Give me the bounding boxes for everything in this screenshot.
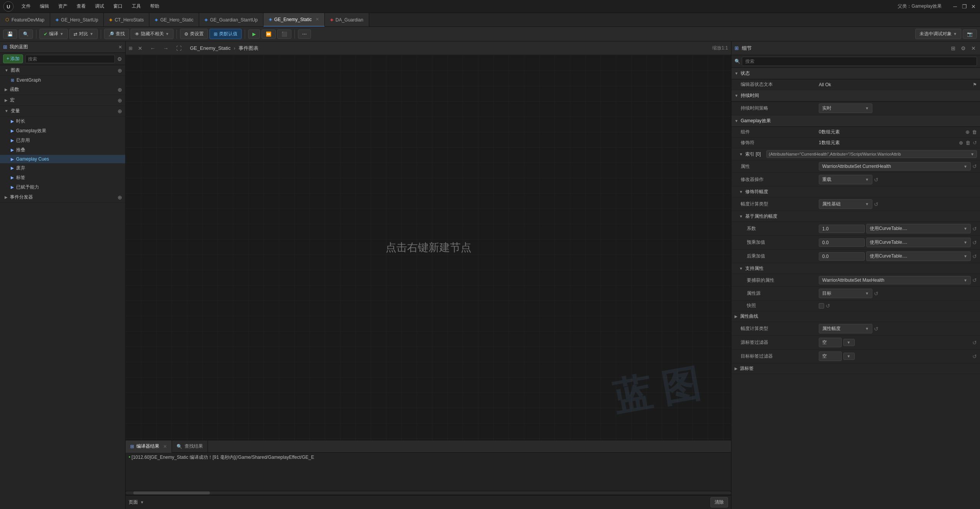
var-add-icon[interactable]: ⊕	[118, 108, 122, 114]
modifier-mag-header[interactable]: ▼ 修饰符幅度	[731, 187, 980, 197]
snapshot-checkbox[interactable]	[819, 303, 824, 309]
var-item-stacking[interactable]: ▶ 推叠	[0, 145, 125, 155]
coeff-input[interactable]	[819, 225, 865, 233]
mag-calc2-dropdown[interactable]: 属性幅度 ▼	[819, 324, 872, 333]
tab-ge-hero-static[interactable]: ◈ GE_Hero_Static	[149, 13, 199, 27]
section-macros[interactable]: ▶ 宏 ⊕	[0, 95, 125, 106]
tab-ct-herostats[interactable]: ◈ CT_HeroStats	[104, 13, 149, 27]
details-search-input[interactable]	[742, 57, 977, 66]
premul-input[interactable]	[819, 238, 865, 247]
breadcrumb-node[interactable]: 事件图表	[239, 45, 258, 52]
menu-edit[interactable]: 编辑	[36, 2, 53, 11]
menu-debug[interactable]: 调试	[91, 2, 108, 11]
var-item-tags[interactable]: ▶ 标签	[0, 173, 125, 182]
play-button[interactable]: ▶	[248, 30, 260, 39]
attr-source-dropdown[interactable]: 目标 ▼	[819, 289, 872, 298]
components-del-icon[interactable]: 🗑	[972, 129, 977, 135]
close-button[interactable]: ✕	[970, 3, 977, 10]
graph-canvas[interactable]: 点击右键新建节点 蓝 图	[126, 55, 731, 440]
macro-add-icon[interactable]: ⊕	[118, 97, 122, 103]
stop-button[interactable]: ⬛	[277, 30, 291, 39]
modifiers-reset-icon[interactable]: ↺	[973, 140, 977, 146]
graph-back-button[interactable]: ←	[148, 44, 158, 52]
hide-unrelated-button[interactable]: 👁 隐藏不相关 ▼	[131, 29, 173, 39]
class-defaults-button[interactable]: ⊞ 类默认值	[209, 29, 242, 39]
section-gameplay-effect[interactable]: ▼ Gameplay效果	[731, 115, 980, 127]
tab-compiler-results[interactable]: ⊞ 编译器结果 ✕	[126, 440, 172, 453]
step-button[interactable]: ⏩	[262, 30, 276, 39]
restore-button[interactable]: ❐	[961, 3, 968, 10]
tgt-tag-filter-reset-icon[interactable]: ↺	[972, 353, 977, 360]
graph-fullscreen-button[interactable]: ⛶	[174, 44, 184, 52]
components-add-icon[interactable]: ⊕	[965, 129, 970, 135]
section-graphs[interactable]: ▼ 图表 ⊕	[0, 65, 125, 76]
compiler-tab-close[interactable]: ✕	[163, 444, 167, 449]
horizontal-scrollbar[interactable]	[126, 491, 731, 495]
tab-da-guardian[interactable]: ◈ DA_Guardian	[325, 13, 369, 27]
details-close-icon[interactable]: ✕	[970, 44, 977, 53]
tab-close-enemy[interactable]: ✕	[316, 17, 319, 22]
section-status[interactable]: ▼ 状态	[731, 68, 980, 79]
var-item-deprecated[interactable]: ▶ 已弃用	[0, 136, 125, 145]
modifier-op-reset-icon[interactable]: ↺	[874, 177, 879, 183]
captured-attr-dropdown[interactable]: WarriorAttributeSet MaxHealth ▼	[819, 276, 971, 284]
save-button[interactable]: 💾	[3, 30, 17, 39]
captured-attr-reset-icon[interactable]: ↺	[972, 277, 977, 283]
section-variables[interactable]: ▼ 变量 ⊕	[0, 106, 125, 117]
ed-add-icon[interactable]: ⊕	[118, 194, 122, 200]
details-settings-icon[interactable]: ⚙	[960, 44, 967, 53]
postmul-input[interactable]	[819, 252, 865, 261]
premul-reset-icon[interactable]: ↺	[972, 240, 977, 246]
more-button[interactable]: ⋯	[298, 30, 311, 39]
menu-assets[interactable]: 资产	[54, 2, 71, 11]
modifiers-add-icon[interactable]: ⊕	[959, 140, 963, 146]
attribute-reset-icon[interactable]: ↺	[972, 163, 977, 169]
var-item-gameplay-cues[interactable]: ▶ Gameplay Cues	[0, 155, 125, 163]
var-item-gameplayeffect[interactable]: ▶ Gameplay效果	[0, 126, 125, 136]
scrollbar-thumb[interactable]	[133, 491, 210, 494]
graph-menu-icon[interactable]: ⊞	[129, 46, 133, 51]
mag-calc-reset-icon[interactable]: ↺	[874, 201, 879, 207]
details-grid-icon[interactable]: ⊞	[950, 44, 957, 53]
attribute-dropdown[interactable]: WarriorAttributeSet CurrentHealth ▼	[819, 162, 971, 171]
browse-button[interactable]: 🔍	[19, 30, 33, 39]
section-event-dispatchers[interactable]: ▶ 事件分发器 ⊕	[0, 192, 125, 203]
var-item-granted-abilities[interactable]: ▶ 已赋予能力	[0, 182, 125, 192]
menu-view[interactable]: 查看	[73, 2, 90, 11]
mag-calc-dropdown[interactable]: 属性基础 ▼	[819, 199, 872, 209]
src-tag-filter-extra-dropdown[interactable]: ▼	[843, 339, 855, 346]
postmul-curve-dropdown[interactable]: 使用CurveTable.... ▼	[866, 251, 971, 261]
var-item-discard[interactable]: ▶ 废弃	[0, 163, 125, 173]
tree-item-eventgraph[interactable]: ⊞ EventGraph	[0, 76, 125, 84]
idx-value-dropdown[interactable]: (AttributeName="CurrentHealth",Attribute…	[766, 150, 977, 158]
graph-close-button[interactable]: ✕	[136, 44, 145, 52]
camera-button[interactable]: 📷	[963, 30, 977, 39]
src-tag-filter-reset-icon[interactable]: ↺	[972, 340, 977, 346]
modifier-op-dropdown[interactable]: 重载 ▼	[819, 175, 872, 184]
mybp-settings-icon[interactable]: ⚙	[117, 56, 122, 62]
page-dropdown[interactable]: 页面 ▼	[129, 499, 144, 506]
graph-forward-button[interactable]: →	[161, 44, 171, 52]
mag-calc2-reset-icon[interactable]: ↺	[874, 326, 879, 332]
class-settings-button[interactable]: ⚙ 类设置	[180, 29, 208, 39]
duration-policy-dropdown[interactable]: 实时 ▼	[819, 103, 872, 113]
tab-feature-dev-map[interactable]: ⬡ FeatureDevMap	[0, 13, 50, 27]
coeff-reset-icon[interactable]: ↺	[972, 226, 977, 232]
graph-add-icon[interactable]: ⊕	[118, 67, 122, 74]
breadcrumb-root[interactable]: GE_Enemy_Static	[190, 45, 231, 51]
menu-window[interactable]: 窗口	[110, 2, 126, 11]
section-attr-curve[interactable]: ▶ 属性曲线	[731, 311, 980, 322]
premul-curve-dropdown[interactable]: 使用CurveTable.... ▼	[866, 238, 971, 247]
minimize-button[interactable]: ─	[952, 3, 959, 10]
src-tag-filter-dropdown[interactable]: 空	[819, 338, 842, 347]
scrollbar-track[interactable]	[126, 491, 731, 494]
compile-button[interactable]: ✔ 编译 ▼	[39, 29, 68, 39]
func-add-icon[interactable]: ⊕	[118, 87, 122, 93]
menu-tools[interactable]: 工具	[128, 2, 145, 11]
clear-button[interactable]: 清除	[710, 497, 728, 507]
section-duration[interactable]: ▼ 持续时间	[731, 90, 980, 102]
menu-help[interactable]: 帮助	[146, 2, 163, 11]
debug-select-button[interactable]: 未选中调试对象 ▼	[915, 29, 961, 39]
tab-ge-hero-startup[interactable]: ◈ GE_Hero_StartUp	[50, 13, 104, 27]
tab-guardian-startrup[interactable]: ◈ GE_Guardian_StarrtUp	[199, 13, 263, 27]
